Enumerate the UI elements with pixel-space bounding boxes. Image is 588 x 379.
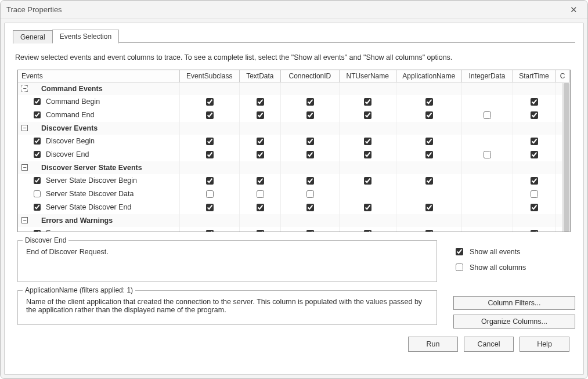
vertical-scrollbar[interactable] [562, 83, 570, 232]
close-icon[interactable]: ✕ [565, 2, 582, 18]
cell-checkbox-connectionid[interactable] [306, 177, 314, 185]
titlebar: Trace Properties ✕ [1, 1, 587, 19]
cell-checkbox-eventsubclass[interactable] [206, 204, 214, 211]
cell-checkbox-starttime[interactable] [531, 190, 538, 198]
event-row-checkbox[interactable] [34, 230, 41, 232]
cell-checkbox-ntusername[interactable] [364, 230, 371, 232]
cell-checkbox-eventsubclass[interactable] [206, 98, 214, 106]
cell-checkbox-applicationname[interactable] [425, 151, 433, 158]
cell-checkbox-eventsubclass[interactable] [206, 111, 214, 119]
event-description-text: End of Discover Request. [26, 248, 431, 271]
cell-checkbox-connectionid[interactable] [306, 98, 314, 106]
cell-checkbox-applicationname[interactable] [425, 177, 433, 185]
column-header-connectionid[interactable]: ConnectionID [281, 70, 339, 82]
cell-checkbox-starttime[interactable] [531, 230, 538, 232]
column-description-legend: ApplicationName (filters applied: 1) [23, 286, 135, 294]
event-label: Command Begin [46, 98, 100, 106]
cell-checkbox-textdata[interactable] [257, 204, 264, 211]
cell-checkbox-eventsubclass[interactable] [206, 190, 214, 198]
show-all-columns-checkbox[interactable]: Show all columns [453, 262, 575, 273]
cell-checkbox-ntusername[interactable] [364, 151, 371, 158]
show-all-events-checkbox[interactable]: Show all events [453, 246, 575, 257]
cell-checkbox-starttime[interactable] [531, 151, 538, 158]
cell-checkbox-connectionid[interactable] [306, 111, 314, 119]
cell-checkbox-ntusername[interactable] [364, 177, 371, 185]
event-label: Discover End [46, 150, 89, 158]
event-label: Command End [46, 111, 94, 119]
event-description-legend: Discover End [23, 236, 68, 244]
tab-strip: General Events Selection [13, 29, 575, 43]
event-row-checkbox[interactable] [34, 204, 41, 211]
show-all-columns-label: Show all columns [470, 264, 526, 272]
column-header-applicationname[interactable]: ApplicationName [396, 70, 461, 82]
dialog-footer: Run Cancel Help [13, 329, 575, 352]
tree-toggle-icon[interactable]: − [21, 217, 28, 223]
organize-columns-button[interactable]: Organize Columns... [453, 315, 575, 329]
cell-checkbox-connectionid[interactable] [306, 151, 314, 158]
column-header-starttime[interactable]: StartTime [513, 70, 555, 82]
category-label: Command Events [41, 85, 103, 93]
event-label: Discover Begin [46, 137, 95, 145]
cell-checkbox-textdata[interactable] [257, 151, 264, 158]
column-header-eventsubclass[interactable]: EventSubclass [180, 70, 239, 82]
column-header-extra[interactable]: C [555, 70, 570, 82]
cell-checkbox-applicationname[interactable] [425, 111, 433, 119]
cell-checkbox-applicationname[interactable] [425, 230, 433, 232]
cell-checkbox-eventsubclass[interactable] [206, 151, 214, 158]
cell-checkbox-starttime[interactable] [531, 177, 538, 185]
cell-checkbox-starttime[interactable] [531, 204, 538, 211]
window-title: Trace Properties [6, 5, 62, 14]
category-label: Discover Server State Events [41, 164, 142, 172]
column-filters-button[interactable]: Column Filters... [453, 296, 575, 310]
cell-checkbox-ntusername[interactable] [364, 111, 371, 119]
cell-checkbox-integerdata[interactable] [484, 111, 491, 119]
cell-checkbox-ntusername[interactable] [364, 138, 371, 145]
help-button[interactable]: Help [520, 337, 569, 352]
tab-general[interactable]: General [13, 30, 53, 44]
tree-toggle-icon[interactable]: − [21, 164, 28, 171]
cell-checkbox-integerdata[interactable] [484, 151, 491, 158]
cell-checkbox-eventsubclass[interactable] [206, 230, 214, 232]
cell-checkbox-textdata[interactable] [257, 177, 264, 185]
cell-checkbox-connectionid[interactable] [306, 190, 314, 198]
column-description-panel: ApplicationName (filters applied: 1) Nam… [17, 290, 437, 325]
cell-checkbox-eventsubclass[interactable] [206, 138, 214, 145]
column-header-ntusername[interactable]: NTUserName [339, 70, 396, 82]
tree-toggle-icon[interactable]: − [21, 85, 28, 92]
run-button[interactable]: Run [408, 337, 458, 352]
cell-checkbox-starttime[interactable] [531, 98, 538, 106]
tree-toggle-icon[interactable]: − [21, 125, 28, 131]
event-row-checkbox[interactable] [34, 138, 41, 145]
cell-checkbox-connectionid[interactable] [306, 230, 314, 232]
cell-checkbox-eventsubclass[interactable] [206, 177, 214, 185]
cell-checkbox-ntusername[interactable] [364, 204, 371, 211]
cell-checkbox-connectionid[interactable] [306, 138, 314, 145]
cancel-button[interactable]: Cancel [464, 337, 514, 352]
event-row-checkbox[interactable] [34, 190, 41, 197]
column-description-text: Name of the client application that crea… [26, 298, 431, 314]
cell-checkbox-textdata[interactable] [257, 230, 264, 232]
tab-events-selection[interactable]: Events Selection [52, 30, 119, 44]
event-row-checkbox[interactable] [34, 177, 41, 184]
column-header-integerdata[interactable]: IntegerData [461, 70, 513, 82]
cell-checkbox-ntusername[interactable] [364, 98, 371, 106]
column-header-events[interactable]: Events [18, 70, 180, 82]
cell-checkbox-starttime[interactable] [531, 111, 538, 119]
category-label: Discover Events [41, 124, 98, 132]
cell-checkbox-applicationname[interactable] [425, 98, 433, 106]
cell-checkbox-textdata[interactable] [257, 98, 264, 106]
cell-checkbox-applicationname[interactable] [425, 138, 433, 145]
event-row-checkbox[interactable] [34, 111, 41, 118]
cell-checkbox-textdata[interactable] [257, 138, 264, 145]
event-row-checkbox[interactable] [34, 98, 41, 105]
cell-checkbox-connectionid[interactable] [306, 204, 314, 211]
cell-checkbox-textdata[interactable] [257, 190, 264, 198]
event-row-checkbox[interactable] [34, 151, 41, 158]
cell-checkbox-textdata[interactable] [257, 111, 264, 119]
events-grid: EventsEventSubclassTextDataConnectionIDN… [17, 70, 571, 232]
cell-checkbox-applicationname[interactable] [425, 204, 433, 211]
column-header-textdata[interactable]: TextData [239, 70, 281, 82]
category-label: Errors and Warnings [41, 216, 113, 225]
cell-checkbox-starttime[interactable] [531, 138, 538, 145]
show-all-events-label: Show all events [470, 248, 521, 256]
